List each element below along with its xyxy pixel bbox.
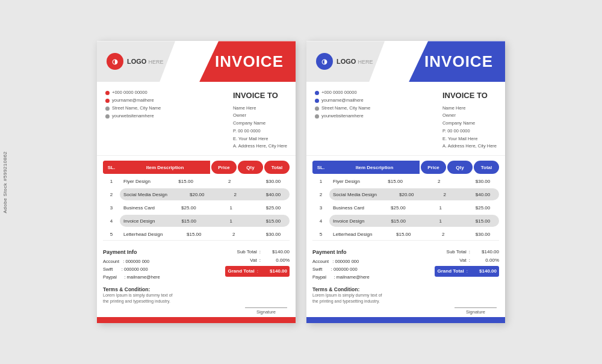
logo-circle: ◑ bbox=[107, 53, 123, 70]
street-dot bbox=[315, 106, 319, 111]
row-bg: Social Media Design $20.00 2 $40.00 bbox=[120, 188, 290, 200]
website-row: yourwebsitenamhere bbox=[105, 113, 161, 120]
recipient-phone: P. 00 00 0000 bbox=[233, 128, 287, 135]
vat-label: Vat bbox=[250, 256, 256, 265]
recipient-company: Company Name bbox=[442, 120, 497, 128]
grand-total-row: Grand Total : $140.00 bbox=[225, 266, 290, 277]
bottom-section: Payment Info Account : 000000 000 Swift … bbox=[306, 243, 505, 284]
td-qty: 2 bbox=[436, 192, 453, 197]
terms-section: Terms & Condition: Lorem Ipsum is simply… bbox=[97, 284, 296, 306]
recipient-company: Company Name bbox=[233, 120, 287, 128]
invoice-to-title: INVOICE TO bbox=[442, 89, 497, 102]
subtotal-label: Sub Total bbox=[447, 248, 467, 256]
td-total: $30.00 bbox=[470, 179, 495, 184]
td-sl: 1 bbox=[312, 179, 329, 184]
invoice-title: INVOICE bbox=[215, 52, 286, 71]
td-qty: 1 bbox=[223, 218, 240, 224]
td-price: $20.00 bbox=[184, 192, 209, 197]
payment-info: Payment Info Account : 000000 000 Swift … bbox=[312, 248, 370, 282]
signature: Signature bbox=[455, 307, 497, 315]
vat-colon: : bbox=[469, 256, 470, 265]
td-price: $20.00 bbox=[394, 192, 419, 197]
grand-label: Grand Total bbox=[437, 267, 464, 276]
logo-area: ◑ LOGO HERE bbox=[107, 53, 163, 70]
terms-title: Terms & Condition: bbox=[312, 286, 499, 292]
logo-text: LOGO HERE bbox=[337, 58, 373, 65]
signature: Signature bbox=[245, 307, 287, 315]
info-section: +000 0000 00000 yourname@mailhere Street… bbox=[306, 82, 505, 156]
street-dot bbox=[105, 106, 110, 111]
subtotal-val: $140.00 bbox=[263, 248, 290, 256]
invoice-title: INVOICE bbox=[424, 52, 495, 71]
payment-info: Payment Info Account : 000000 000 Swift … bbox=[103, 248, 160, 282]
subtotal-row: Sub Total : $140.00 bbox=[435, 248, 499, 256]
invoice-to-section: INVOICE TO Name Here Owner Company Name … bbox=[233, 89, 287, 150]
td-total: $25.00 bbox=[470, 205, 495, 211]
terms-text: Lorem Ipsum is simply dummy text ofthe p… bbox=[103, 292, 290, 305]
account-row: Account : 000000 000 bbox=[103, 258, 160, 266]
row-plain: Letterhead Design $15.00 2 $30.00 bbox=[120, 228, 290, 240]
th-qty: Qty bbox=[447, 161, 473, 174]
logo-circle: ◑ bbox=[316, 53, 333, 70]
recipient-address: A. Address Here, City Here bbox=[442, 143, 497, 150]
row-bg: Invoice Design $15.00 1 $15.00 bbox=[329, 215, 499, 227]
td-price: $25.00 bbox=[385, 205, 411, 211]
info-section: +000 0000 00000 yourname@mailhere Street… bbox=[97, 82, 296, 156]
th-price: Price bbox=[211, 161, 237, 174]
footer-bar bbox=[97, 317, 296, 323]
table-row: 5 Letterhead Design $15.00 2 $30.00 bbox=[103, 228, 290, 240]
paypal-row: Paypal : mailname@here bbox=[312, 274, 370, 282]
email-text: yourname@mailhere bbox=[321, 97, 364, 105]
swift-row: Swift : 000000 000 bbox=[103, 266, 160, 274]
card-header: ◑ LOGO HERE INVOICE bbox=[97, 41, 296, 82]
td-sl: 5 bbox=[103, 232, 120, 237]
email-row: yourname@mailhere bbox=[315, 97, 370, 105]
vat-row: Vat : 0.00% bbox=[225, 256, 290, 265]
recipient-phone: P. 00 00 0000 bbox=[442, 128, 497, 135]
td-desc: Invoice Design bbox=[123, 218, 155, 224]
invoice-table: SL. Item Description Price Qty Total 1 F… bbox=[306, 161, 505, 240]
payment-title: Payment Info bbox=[312, 248, 370, 257]
td-desc: Letterhead Design bbox=[333, 232, 372, 237]
td-price: $15.00 bbox=[383, 179, 408, 184]
vat-row: Vat : 0.00% bbox=[435, 256, 499, 265]
td-desc: Flyer Design bbox=[333, 179, 360, 184]
phone-text: +000 0000 00000 bbox=[321, 89, 357, 97]
td-price: $15.00 bbox=[176, 218, 202, 224]
contact-info: +000 0000 00000 yourname@mailhere Street… bbox=[105, 89, 161, 150]
td-qty: 2 bbox=[225, 232, 242, 237]
th-total: Total bbox=[264, 161, 290, 174]
th-desc: Item Description bbox=[120, 161, 210, 174]
subtotal-colon: : bbox=[259, 248, 261, 256]
grand-val: $140.00 bbox=[470, 267, 497, 276]
td-total: $30.00 bbox=[470, 232, 495, 237]
vat-val: 0.00% bbox=[263, 256, 290, 265]
row-plain: Letterhead Design $15.00 2 $30.00 bbox=[329, 228, 499, 240]
td-price: $25.00 bbox=[176, 205, 201, 211]
td-desc: Business Card bbox=[333, 205, 364, 211]
th-sl: SL. bbox=[312, 161, 329, 174]
invoice-table: SL. Item Description Price Qty Total 1 F… bbox=[97, 161, 296, 240]
td-qty: 2 bbox=[221, 179, 238, 184]
recipient-address: A. Address Here, City Here bbox=[233, 143, 287, 150]
td-desc: Social Media Design bbox=[123, 192, 167, 197]
table-row: 1 Flyer Design $15.00 2 $30.00 bbox=[312, 175, 499, 187]
row-plain: Flyer Design $15.00 2 $30.00 bbox=[120, 175, 290, 187]
td-desc: Letterhead Design bbox=[123, 232, 163, 237]
td-total: $40.00 bbox=[470, 192, 495, 197]
table-row: 2 Social Media Design $20.00 2 $40.00 bbox=[312, 188, 499, 200]
street-text: Street Name, City Name bbox=[321, 105, 370, 113]
td-qty: 1 bbox=[432, 205, 449, 211]
row-plain: Flyer Design $15.00 2 $30.00 bbox=[329, 175, 499, 187]
vat-label: Vat bbox=[459, 256, 466, 265]
swift-row: Swift : 000000 000 bbox=[312, 266, 370, 274]
table-row: 3 Business Card $25.00 1 $25.00 bbox=[312, 202, 499, 214]
grand-label: Grand Total bbox=[228, 267, 254, 276]
td-price: $15.00 bbox=[386, 218, 411, 224]
td-sl: 1 bbox=[103, 179, 120, 184]
table-row: 4 Invoice Design $15.00 1 $15.00 bbox=[312, 215, 499, 227]
website-dot bbox=[105, 114, 110, 119]
paypal-row: Paypal : mailname@here bbox=[103, 274, 160, 282]
td-qty: 1 bbox=[432, 218, 449, 224]
street-row: Street Name, City Name bbox=[315, 105, 370, 113]
